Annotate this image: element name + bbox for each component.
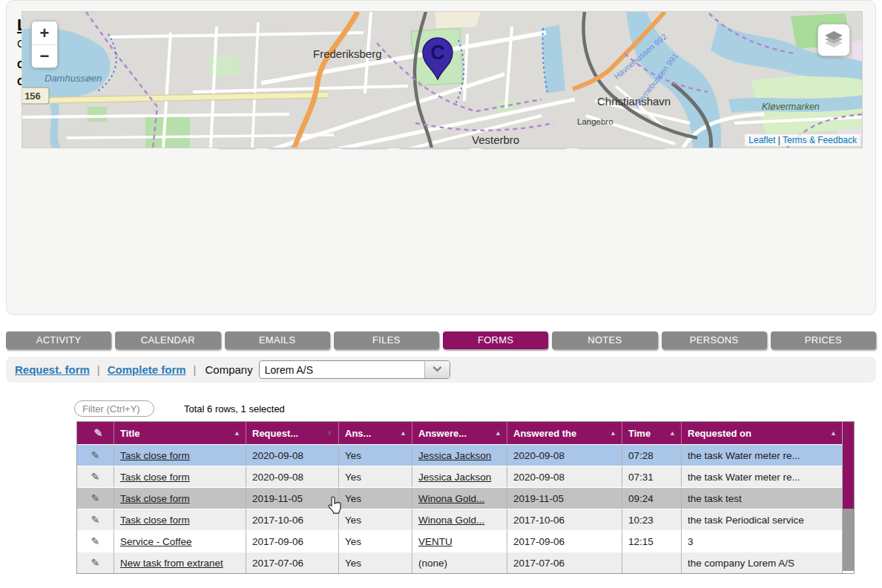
table-row[interactable]: ✎Task close form2020-09-08YesJessica Jac… (77, 466, 854, 487)
cell-answered-by-link: VENTU (412, 531, 507, 552)
zoom-in-button[interactable]: + (32, 22, 57, 44)
column-label: Answere... (418, 428, 467, 439)
table-row[interactable]: ✎Task close form2020-09-08YesJessica Jac… (77, 444, 854, 466)
pencil-icon[interactable]: ✎ (91, 449, 100, 461)
tab-notes[interactable]: NOTES (552, 331, 657, 349)
scrollbar-thumb[interactable] (843, 509, 854, 571)
map[interactable]: 156 Damhussøen Frederiksberg Vesterbro C… (22, 11, 863, 148)
table-row[interactable]: ✎Task close form2019-11-05YesWinona Gold… (77, 487, 854, 509)
column-header-title[interactable]: Title▲ (114, 422, 246, 444)
cell-requested-on: the company Lorem A/S (682, 552, 843, 573)
cell-answered-by-link: Jessica Jackson (412, 466, 507, 487)
company-select-label: Company (205, 363, 253, 376)
cell-requested-date: 2017-07-06 (246, 552, 339, 573)
map-label-klovermarken: Kløvermarken (762, 102, 820, 112)
pencil-icon[interactable]: ✎ (91, 557, 100, 569)
cell-answered-flag: Yes (339, 509, 412, 530)
subnav-separator: | (194, 363, 197, 376)
cell-answered-by: (none) (412, 552, 507, 573)
cell-form-title-link: Task close form (114, 466, 246, 487)
cell-requested-on: the task Water meter re... (682, 466, 843, 487)
pencil-icon[interactable]: ✎ (91, 535, 100, 547)
row-count-summary: Total 6 rows, 1 selected (184, 403, 285, 414)
cell-requested-on: the task Water meter re... (682, 445, 843, 466)
layers-icon (823, 30, 844, 50)
company-select[interactable]: Lorem A/S (259, 360, 450, 379)
cell-answered-date: 2020-09-08 (507, 445, 622, 466)
tab-persons[interactable]: PERSONS (662, 331, 767, 349)
answered-by-link[interactable]: Winona Gold... (418, 515, 484, 526)
cell-answered-date: 2017-07-06 (507, 552, 622, 573)
pencil-icon: ✎ (94, 427, 103, 439)
table-toolbar: Total 6 rows, 1 selected (0, 399, 882, 418)
layers-control[interactable] (817, 24, 850, 56)
cell-form-title-link: Service - Coffee (114, 531, 246, 552)
form-title-link[interactable]: New task from extranet (120, 558, 223, 569)
leaflet-link[interactable]: Leaflet (748, 135, 775, 145)
zoom-out-button[interactable]: − (32, 44, 57, 67)
column-header-answered-the[interactable]: Answered the▲ (507, 422, 622, 444)
cell-answered-time: 12:15 (622, 531, 682, 552)
table-row[interactable]: ✎Task close form2017-10-06YesWinona Gold… (77, 509, 854, 530)
cell-form-title-link: New task from extranet (114, 552, 246, 573)
pencil-icon[interactable]: ✎ (91, 471, 100, 483)
cell-edit: ✎ (77, 531, 114, 552)
cell-form-title-link: Task close form (114, 509, 246, 530)
table-row[interactable]: ✎Service - Coffee2017-09-06YesVENTU2017-… (77, 530, 854, 552)
form-title-link[interactable]: Service - Coffee (120, 536, 192, 547)
table-scrollbar[interactable] (842, 422, 854, 573)
terms-feedback-link[interactable]: Terms & Feedback (783, 135, 857, 145)
request-form-link[interactable]: Request. form (15, 363, 90, 376)
table-body: ✎Task close form2020-09-08YesJessica Jac… (77, 444, 854, 573)
tab-prices[interactable]: PRICES (771, 331, 876, 349)
sort-ascending-icon: ▲ (400, 429, 407, 437)
form-title-link[interactable]: Task close form (120, 450, 190, 461)
column-label: Title (120, 428, 140, 439)
map-attribution: Leaflet | Terms & Feedback (745, 134, 860, 146)
forms-subnav: Request. form | Complete form | Company … (6, 357, 876, 383)
filter-input[interactable] (74, 400, 154, 417)
column-header-edit[interactable]: ✎ (77, 422, 114, 444)
sort-ascending-icon: ▲ (830, 429, 837, 437)
tab-forms[interactable]: FORMS (443, 331, 548, 349)
cell-edit: ✎ (77, 552, 114, 573)
column-header-requested-on[interactable]: Requested on▲ (682, 422, 843, 444)
cell-answered-date: 2017-09-06 (507, 531, 622, 552)
select-dropdown-button[interactable] (424, 361, 450, 378)
cell-answered-date: 2019-11-05 (507, 488, 622, 509)
form-title-link[interactable]: Task close form (120, 515, 190, 526)
table-row[interactable]: ✎New task from extranet2017-07-06Yes(non… (77, 552, 854, 573)
map-marker-letter: C (430, 42, 445, 64)
cell-edit: ✎ (77, 509, 114, 530)
cell-answered-flag: Yes (339, 445, 412, 466)
tab-files[interactable]: FILES (334, 331, 439, 349)
cell-answered-time: 10:23 (622, 509, 682, 530)
column-header-answere[interactable]: Answere...▲ (412, 422, 507, 444)
answered-by-link[interactable]: VENTU (418, 536, 452, 547)
answered-by-link[interactable]: Winona Gold... (418, 493, 484, 504)
complete-form-link[interactable]: Complete form (108, 363, 186, 376)
column-label: Request... (252, 428, 298, 439)
cell-answered-flag: Yes (339, 466, 412, 487)
tab-activity[interactable]: ACTIVITY (6, 331, 111, 349)
column-header-request[interactable]: Request...▼ (246, 422, 339, 444)
route-badge: 156 (22, 87, 49, 104)
cell-answered-time: 09:24 (622, 488, 682, 509)
form-title-link[interactable]: Task close form (120, 493, 190, 504)
sort-ascending-icon: ▲ (669, 429, 676, 437)
sort-ascending-icon: ▲ (610, 429, 616, 437)
column-header-time[interactable]: Time▲ (622, 422, 682, 444)
tab-emails[interactable]: EMAILS (225, 331, 330, 349)
form-title-link[interactable]: Task close form (120, 472, 190, 483)
answered-by-link[interactable]: Jessica Jackson (418, 472, 491, 483)
tab-calendar[interactable]: CALENDAR (115, 331, 220, 349)
cell-answered-flag: Yes (339, 488, 412, 509)
pencil-icon[interactable]: ✎ (91, 492, 100, 504)
column-header-ans[interactable]: Ans...▲ (339, 422, 412, 444)
column-label: Time (628, 428, 651, 439)
pencil-icon[interactable]: ✎ (91, 514, 100, 526)
answered-by-link[interactable]: Jessica Jackson (418, 450, 491, 461)
scrollbar-track-top (843, 422, 854, 509)
route-badge-label: 156 (24, 90, 41, 102)
sort-ascending-icon: ▲ (234, 429, 240, 437)
